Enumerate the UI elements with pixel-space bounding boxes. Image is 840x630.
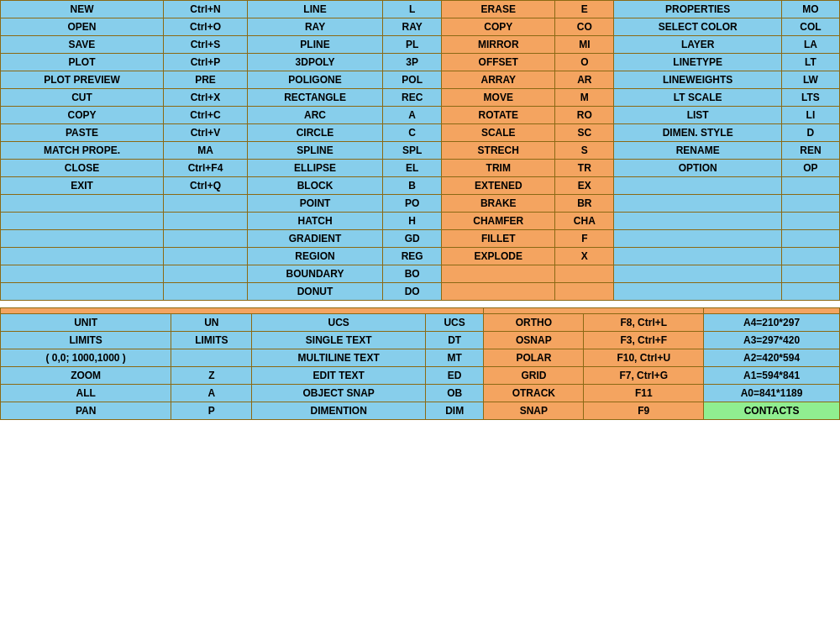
table-row: OTRACK: [484, 385, 584, 402]
table-row: MIRROR: [442, 36, 555, 54]
table-row: EDIT TEXT: [252, 367, 426, 385]
table-row: ORTHO: [484, 314, 584, 332]
table-row: SELECT COLOR: [614, 18, 781, 36]
table-row: A4=210*297: [704, 314, 840, 332]
table-row: 3P: [383, 54, 442, 71]
table-row: LA: [781, 36, 839, 54]
table-row: L: [383, 1, 442, 18]
table-row: LIMITS: [1, 332, 171, 349]
table-row: [614, 283, 781, 301]
table-row: MATCH PROPE.: [1, 142, 164, 160]
table-row: RAY: [248, 18, 383, 36]
table-row: PLINE: [248, 36, 383, 54]
table-row: LINEWEIGHTS: [614, 71, 781, 89]
table-row: F11: [584, 385, 704, 402]
table-row: OPEN: [1, 18, 164, 36]
table-row: ALL: [1, 385, 171, 402]
table-row: [781, 195, 839, 213]
table-row: COPY: [1, 107, 164, 124]
table-row: Ctrl+P: [163, 54, 247, 71]
table-row: A: [383, 107, 442, 124]
table-row: MT: [425, 349, 483, 367]
table-row: LINETYPE: [614, 54, 781, 71]
table-row: CO: [555, 18, 614, 36]
table-row: BLOCK: [248, 177, 383, 195]
table-row: COPY: [442, 18, 555, 36]
table-row: LI: [781, 107, 839, 124]
table-row: A0=841*1189: [704, 385, 840, 402]
table-row: REC: [383, 89, 442, 107]
top-section: NEWCtrl+NLINELERASEEPROPERTIESMOOPENCtrl…: [0, 0, 840, 301]
table-row: RENAME: [614, 142, 781, 160]
table-row: REGION: [248, 248, 383, 265]
table-row: LAYER: [614, 36, 781, 54]
table-row: RAY: [383, 18, 442, 36]
table-row: Ctrl+F4: [163, 160, 247, 177]
table-row: SAVE: [1, 36, 164, 54]
table-row: BRAKE: [442, 195, 555, 213]
table-row: [1, 213, 164, 230]
table-row: DT: [425, 332, 483, 349]
table-row: OPTION: [614, 160, 781, 177]
table-row: EL: [383, 160, 442, 177]
table-row: Ctrl+Q: [163, 177, 247, 195]
table-row: RO: [555, 107, 614, 124]
table-row: [163, 230, 247, 248]
table-row: [1, 283, 164, 301]
table-row: ARC: [248, 107, 383, 124]
table-row: B: [383, 177, 442, 195]
table-row: [171, 349, 252, 367]
table-row: Ctrl+V: [163, 124, 247, 142]
table-row: POLAR: [484, 349, 584, 367]
table-row: [614, 230, 781, 248]
table-row: ED: [425, 367, 483, 385]
table-row: SPL: [383, 142, 442, 160]
table-row: TR: [555, 160, 614, 177]
table-row: ARRAY: [442, 71, 555, 89]
table-row: MOVE: [442, 89, 555, 107]
table-row: [614, 213, 781, 230]
table-row: DIMEN. STYLE: [614, 124, 781, 142]
table-row: OSNAP: [484, 332, 584, 349]
table-row: BOUNDARY: [248, 265, 383, 283]
table-row: UCS: [252, 314, 426, 332]
table-row: POL: [383, 71, 442, 89]
table-row: FILLET: [442, 230, 555, 248]
table-row: LIST: [614, 107, 781, 124]
table-row: REG: [383, 248, 442, 265]
table-row: EX: [555, 177, 614, 195]
table-row: DONUT: [248, 283, 383, 301]
table-row: CLOSE: [1, 160, 164, 177]
table-row: A2=420*594: [704, 349, 840, 367]
table-row: [781, 230, 839, 248]
table-row: UN: [171, 314, 252, 332]
table-row: [163, 195, 247, 213]
table-row: AR: [555, 71, 614, 89]
table-row: LT SCALE: [614, 89, 781, 107]
table-row: GRID: [484, 367, 584, 385]
table-row: EXPLODE: [442, 248, 555, 265]
table-row: [781, 248, 839, 265]
table-row: LT: [781, 54, 839, 71]
table-row: SCALE: [442, 124, 555, 142]
table-row: [1, 265, 164, 283]
table-row: UCS: [425, 314, 483, 332]
table-row: MI: [555, 36, 614, 54]
table-row: [614, 265, 781, 283]
bottom-table: UNITUNUCSUCSORTHOF8, Ctrl+LA4=210*297LIM…: [0, 307, 840, 420]
table-row: X: [555, 248, 614, 265]
table-row: TRIM: [442, 160, 555, 177]
table-row: A: [171, 385, 252, 402]
table-row: OB: [425, 385, 483, 402]
extra-header: [1, 308, 484, 314]
table-row: EXIT: [1, 177, 164, 195]
table-row: GRADIENT: [248, 230, 383, 248]
paper-header: [704, 308, 840, 314]
table-row: PL: [383, 36, 442, 54]
table-row: F10, Ctrl+U: [584, 349, 704, 367]
table-row: CONTACTS: [704, 402, 840, 420]
table-row: Ctrl+S: [163, 36, 247, 54]
table-row: [1, 230, 164, 248]
table-row: BO: [383, 265, 442, 283]
table-row: MA: [163, 142, 247, 160]
